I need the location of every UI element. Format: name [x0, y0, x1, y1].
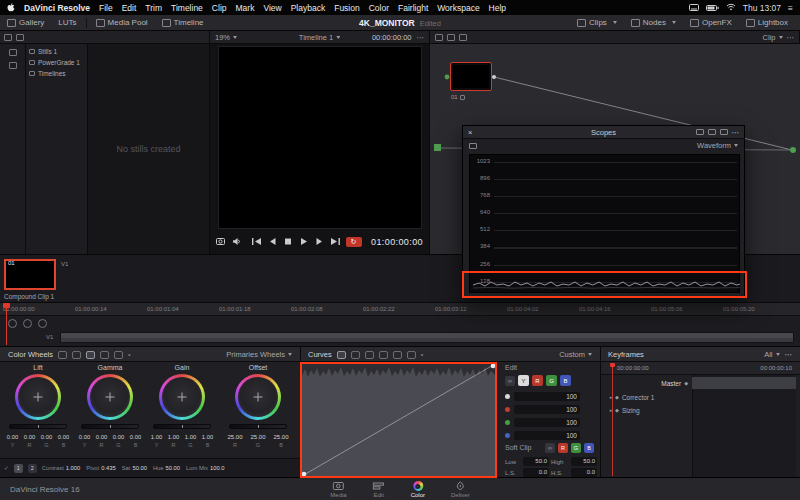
timeline-clip-bar[interactable]: [60, 332, 794, 343]
keyframe-track-master[interactable]: Master ◆: [601, 377, 692, 389]
wheel-value[interactable]: 0.00: [22, 434, 37, 440]
viewer-options-icon[interactable]: ⋯: [417, 33, 425, 42]
curves-mode-select[interactable]: Custom: [559, 350, 592, 359]
curve-lum-vs-sat-icon[interactable]: [393, 351, 402, 359]
wheels-check-icon[interactable]: ✓: [4, 465, 9, 471]
adjustment-field[interactable]: Contrast 1.000: [42, 465, 80, 471]
motion-effects-palette-icon[interactable]: [114, 351, 123, 359]
wheel-value[interactable]: 1.00: [200, 434, 215, 440]
menubar-app-name[interactable]: DaVinci Resolve: [24, 3, 90, 13]
curve-custom-icon[interactable]: [337, 351, 346, 359]
curve-hue-vs-hue-icon[interactable]: [351, 351, 360, 359]
wheel-value[interactable]: 1.00: [183, 434, 198, 440]
last-frame-button[interactable]: [330, 237, 341, 246]
scope-layout-single-icon[interactable]: [696, 129, 704, 135]
pointer-tool-icon[interactable]: [435, 34, 443, 41]
timeline-option-2-icon[interactable]: [23, 319, 32, 328]
curve-hue-vs-lum-icon[interactable]: [379, 351, 388, 359]
wheel-value[interactable]: 0.00: [111, 434, 126, 440]
wifi-icon[interactable]: [726, 3, 736, 13]
viewer-timeline-select[interactable]: Timeline 1: [299, 33, 340, 42]
menubar-menu[interactable]: Fairlight: [398, 3, 428, 13]
soft-clip-channel-button[interactable]: G: [571, 443, 581, 453]
gain-master-wheel[interactable]: [153, 424, 211, 429]
curve-channel-button[interactable]: Y: [518, 375, 529, 386]
adjustment-value[interactable]: 0.435: [101, 465, 116, 471]
page-tab-deliver[interactable]: Deliver: [451, 479, 470, 498]
curve-channel-button[interactable]: R: [532, 375, 543, 386]
lift-master-wheel[interactable]: [9, 424, 67, 429]
adjustment-field[interactable]: Lum Mix 100.0: [186, 465, 224, 471]
scopes-close-icon[interactable]: ×: [468, 128, 472, 137]
wheel-value[interactable]: 1.00: [166, 434, 181, 440]
timeline-option-3-icon[interactable]: [38, 319, 47, 328]
wheel-value[interactable]: 0.00: [94, 434, 109, 440]
wheel-value[interactable]: 0.00: [5, 434, 20, 440]
scope-expand-icon[interactable]: [469, 143, 477, 149]
wheel-value[interactable]: 25.00: [225, 434, 246, 440]
menubar-menu[interactable]: Trim: [145, 3, 162, 13]
lightbox-toggle-button[interactable]: Lightbox: [739, 18, 795, 27]
rgb-mixer-palette-icon[interactable]: [100, 351, 109, 359]
curve-editor[interactable]: [302, 364, 495, 476]
menubar-menu[interactable]: File: [99, 3, 113, 13]
timeline-ruler[interactable]: 01:00:00:0001:00:00:1401:00:01:0401:00:0…: [0, 302, 800, 316]
page-tab-media[interactable]: Media: [330, 479, 346, 498]
first-frame-button[interactable]: [251, 237, 262, 246]
openfx-toggle-button[interactable]: OpenFX: [683, 18, 739, 27]
menubar-menu[interactable]: Color: [369, 3, 389, 13]
keyframes-filter-select[interactable]: All: [764, 350, 779, 359]
luts-toggle-button[interactable]: LUTs: [51, 15, 83, 30]
step-forward-button[interactable]: [314, 237, 325, 246]
node-view-select[interactable]: Clip: [763, 33, 783, 42]
zoom-tool-icon[interactable]: [459, 34, 467, 41]
wheels-mode-select[interactable]: Primaries Wheels: [226, 350, 292, 359]
stop-button[interactable]: [283, 237, 293, 246]
keyframes-options-icon[interactable]: ⋯: [785, 350, 793, 359]
viewer-zoom-select[interactable]: 19%: [215, 33, 237, 42]
menubar-menu[interactable]: Playback: [291, 3, 326, 13]
channel-value-field[interactable]: 100: [514, 405, 580, 414]
wheels-page-2-button[interactable]: 2: [28, 464, 37, 473]
menubar-menu[interactable]: View: [263, 3, 281, 13]
gamma-color-wheel[interactable]: [87, 374, 133, 420]
soft-clip-field-value[interactable]: 0.0: [571, 468, 597, 477]
menubar-menu[interactable]: Fusion: [334, 3, 360, 13]
corrector-node-01[interactable]: [450, 62, 492, 91]
play-button[interactable]: [298, 237, 309, 246]
gamma-master-wheel[interactable]: [81, 424, 139, 429]
still-albums-icon[interactable]: [9, 49, 17, 56]
adjustment-value[interactable]: 50.00: [166, 465, 181, 471]
soft-clip-channel-button[interactable]: R: [558, 443, 568, 453]
viewer-video-area[interactable]: [218, 46, 422, 229]
gallery-grid-view-icon[interactable]: [16, 34, 24, 41]
timeline-option-1-icon[interactable]: [8, 319, 17, 328]
offset-master-wheel[interactable]: [229, 424, 287, 429]
scopes-window[interactable]: × Scopes ⋯ Waveform 10238967686405123842…: [462, 125, 745, 298]
audio-mute-button[interactable]: [232, 237, 241, 246]
keyframe-track-corrector-1[interactable]: ● ◆ Corrector 1: [601, 391, 692, 403]
soft-clip-field-value[interactable]: 50.0: [571, 457, 597, 466]
menubar-menu[interactable]: Workspace: [437, 3, 479, 13]
color-match-palette-icon[interactable]: [72, 351, 81, 359]
timeline-toggle-button[interactable]: Timeline: [155, 15, 211, 30]
channel-value-field[interactable]: 100: [514, 392, 580, 401]
adjustment-field[interactable]: Hue 50.00: [153, 465, 180, 471]
adjustment-value[interactable]: 50.00: [132, 465, 147, 471]
adjustment-field[interactable]: Sat 50.00: [122, 465, 147, 471]
soft-clip-channel-button[interactable]: B: [584, 443, 594, 453]
menubar-menu[interactable]: Help: [489, 3, 506, 13]
menubar-menu[interactable]: Timeline: [171, 3, 203, 13]
keyframes-track-lane-area[interactable]: [692, 375, 796, 477]
scopes-titlebar[interactable]: × Scopes ⋯: [463, 126, 744, 139]
gallery-list-view-icon[interactable]: [4, 34, 12, 41]
curve-channel-button[interactable]: G: [546, 375, 557, 386]
scopes-options-icon[interactable]: ⋯: [732, 128, 740, 137]
gain-color-wheel[interactable]: [159, 374, 205, 420]
scope-mode-select[interactable]: Waveform: [697, 141, 738, 150]
master-track-lane[interactable]: [692, 377, 796, 389]
menubar-menu[interactable]: Clip: [212, 3, 227, 13]
wheel-value[interactable]: 25.00: [248, 434, 269, 440]
adjustment-value[interactable]: 1.000: [66, 465, 81, 471]
page-tab-edit[interactable]: Edit: [373, 479, 385, 498]
